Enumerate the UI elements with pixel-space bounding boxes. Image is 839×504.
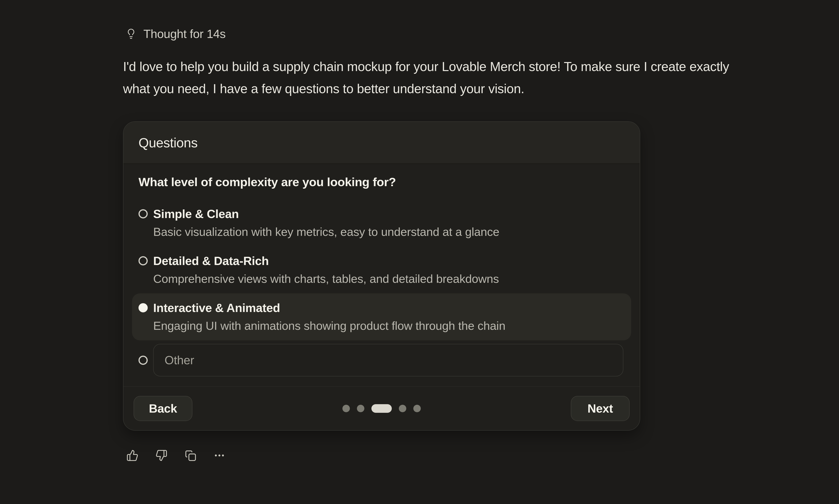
radio-icon[interactable] (139, 256, 148, 265)
question-text: What level of complexity are you looking… (139, 176, 631, 188)
other-input[interactable] (153, 344, 623, 376)
option-other[interactable] (132, 340, 631, 376)
card-body: What level of complexity are you looking… (123, 164, 640, 376)
thought-label: Thought for 14s (143, 27, 226, 41)
card-footer: Back Next (123, 386, 640, 430)
questions-card: Questions What level of complexity are y… (123, 121, 640, 431)
thought-toggle[interactable]: Thought for 14s (125, 27, 226, 41)
option-interactive-animated[interactable]: Interactive & Animated Engaging UI with … (132, 293, 631, 340)
message-actions (126, 449, 226, 462)
option-detailed-data-rich[interactable]: Detailed & Data-Rich Comprehensive views… (132, 247, 631, 293)
radio-icon[interactable] (139, 303, 148, 312)
thumbs-down-icon[interactable] (155, 449, 168, 462)
pagination-dots (343, 404, 421, 413)
pagination-dot[interactable] (399, 405, 406, 412)
copy-icon[interactable] (184, 449, 196, 462)
thumbs-up-icon[interactable] (126, 449, 139, 462)
option-description: Basic visualization with key metrics, ea… (153, 223, 499, 241)
pagination-dot[interactable] (357, 405, 364, 412)
card-header: Questions (123, 122, 640, 164)
option-description: Comprehensive views with charts, tables,… (153, 270, 499, 288)
option-label: Simple & Clean (153, 205, 499, 223)
radio-icon[interactable] (139, 209, 148, 218)
lightbulb-icon (125, 28, 137, 39)
option-description: Engaging UI with animations showing prod… (153, 317, 505, 335)
pagination-dot[interactable] (343, 405, 350, 412)
option-simple-clean[interactable]: Simple & Clean Basic visualization with … (132, 199, 631, 247)
option-label: Detailed & Data-Rich (153, 252, 499, 270)
back-button[interactable]: Back (134, 396, 192, 421)
option-label: Interactive & Animated (153, 299, 505, 317)
assistant-message: I'd love to help you build a supply chai… (123, 56, 758, 100)
card-title: Questions (139, 135, 198, 150)
pagination-dot[interactable] (413, 405, 421, 412)
more-options-icon[interactable] (213, 449, 226, 462)
radio-icon[interactable] (139, 356, 148, 365)
pagination-dot-active[interactable] (371, 404, 392, 413)
options-list: Simple & Clean Basic visualization with … (132, 199, 631, 376)
next-button[interactable]: Next (571, 396, 630, 421)
